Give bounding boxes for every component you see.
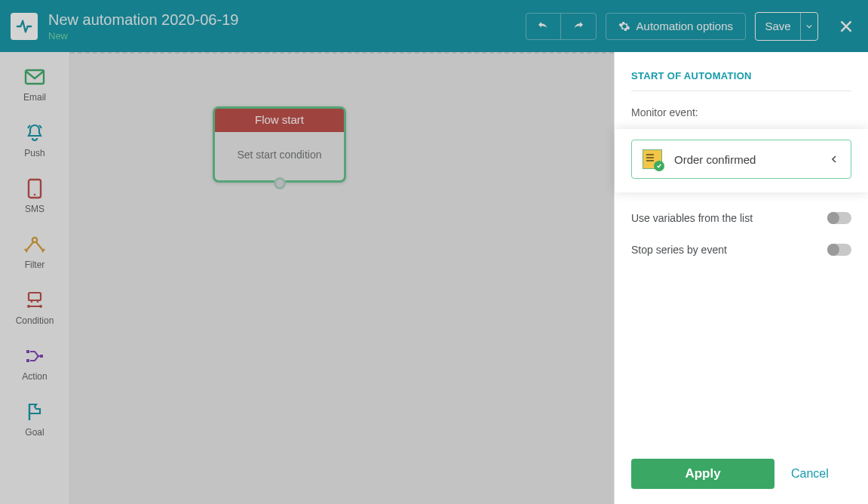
pulse-icon [16, 18, 32, 35]
svg-rect-4 [29, 293, 41, 300]
flow-start-node[interactable]: Flow start Set start condition [213, 106, 346, 183]
page-status: New [48, 30, 515, 41]
cancel-button[interactable]: Cancel [791, 467, 829, 481]
tool-action[interactable]: Action [5, 337, 64, 390]
svg-point-5 [27, 305, 30, 308]
save-button-group: Save [755, 12, 818, 41]
event-select[interactable]: Order confirmed [631, 140, 851, 179]
svg-rect-8 [26, 359, 29, 362]
svg-rect-7 [26, 350, 29, 353]
toggle-use-variables: Use variables from the list [631, 212, 851, 224]
app-header: New automation 2020-06-19 New Automation… [0, 0, 868, 52]
flow-node-title: Flow start [215, 109, 344, 132]
panel-heading: START OF AUTOMATION [631, 70, 851, 91]
automation-options-label: Automation options [636, 20, 733, 32]
node-toolbar: Email Push SMS Filter [0, 52, 70, 504]
title-block: New automation 2020-06-19 New [48, 11, 515, 41]
tool-label: SMS [25, 204, 44, 214]
event-select-highlight: Order confirmed [615, 129, 868, 192]
sms-icon [27, 178, 42, 199]
undo-icon [536, 20, 550, 33]
tool-condition[interactable]: Condition [5, 281, 64, 334]
save-button[interactable]: Save [756, 13, 801, 40]
svg-rect-9 [40, 355, 43, 358]
close-button[interactable] [838, 18, 854, 35]
undo-button[interactable] [526, 14, 561, 39]
redo-button[interactable] [561, 14, 596, 39]
tool-filter[interactable]: Filter [5, 226, 64, 278]
use-variables-switch[interactable] [827, 212, 851, 224]
flow-node-body: Set start condition [215, 132, 344, 180]
tool-goal[interactable]: Goal [5, 393, 64, 446]
svg-point-2 [34, 194, 36, 196]
event-select-value: Order confirmed [674, 153, 756, 166]
order-confirmed-icon [643, 149, 662, 169]
tool-label: Goal [25, 427, 44, 438]
check-badge-icon [654, 161, 664, 171]
apply-button[interactable]: Apply [631, 459, 774, 489]
tool-sms[interactable]: SMS [5, 170, 64, 223]
monitor-event-label: Monitor event: [631, 106, 851, 118]
caret-left-icon [831, 155, 837, 163]
tool-label: Filter [25, 260, 45, 270]
condition-icon [24, 290, 45, 311]
close-icon [839, 19, 854, 34]
tool-label: Push [24, 148, 44, 158]
app-logo [11, 13, 38, 40]
panel-footer: Apply Cancel [615, 448, 868, 504]
stop-series-switch[interactable] [827, 244, 851, 256]
email-icon [24, 66, 45, 88]
tool-label: Email [23, 92, 46, 103]
config-panel: START OF AUTOMATION Monitor event: Order… [614, 52, 868, 504]
undo-redo-group [526, 13, 597, 40]
tool-label: Condition [16, 315, 54, 326]
svg-point-6 [39, 305, 42, 308]
caret-down-icon [806, 23, 812, 29]
flow-node-output-port[interactable] [274, 177, 286, 189]
goal-icon [26, 401, 43, 423]
push-icon [25, 122, 44, 143]
toggle-stop-series: Stop series by event [631, 244, 851, 256]
svg-point-3 [32, 238, 37, 242]
toggle-label: Stop series by event [631, 244, 727, 256]
tool-email[interactable]: Email [5, 58, 64, 111]
toggle-label: Use variables from the list [631, 212, 753, 224]
page-title: New automation 2020-06-19 [48, 11, 515, 29]
gear-icon [618, 20, 630, 32]
action-icon [25, 346, 44, 367]
tool-push[interactable]: Push [5, 114, 64, 167]
automation-canvas[interactable]: Flow start Set start condition [70, 52, 614, 504]
redo-icon [572, 20, 585, 33]
tool-label: Action [22, 371, 47, 382]
filter-icon [23, 234, 46, 255]
automation-options-button[interactable]: Automation options [606, 13, 746, 40]
save-dropdown-button[interactable] [801, 13, 817, 40]
